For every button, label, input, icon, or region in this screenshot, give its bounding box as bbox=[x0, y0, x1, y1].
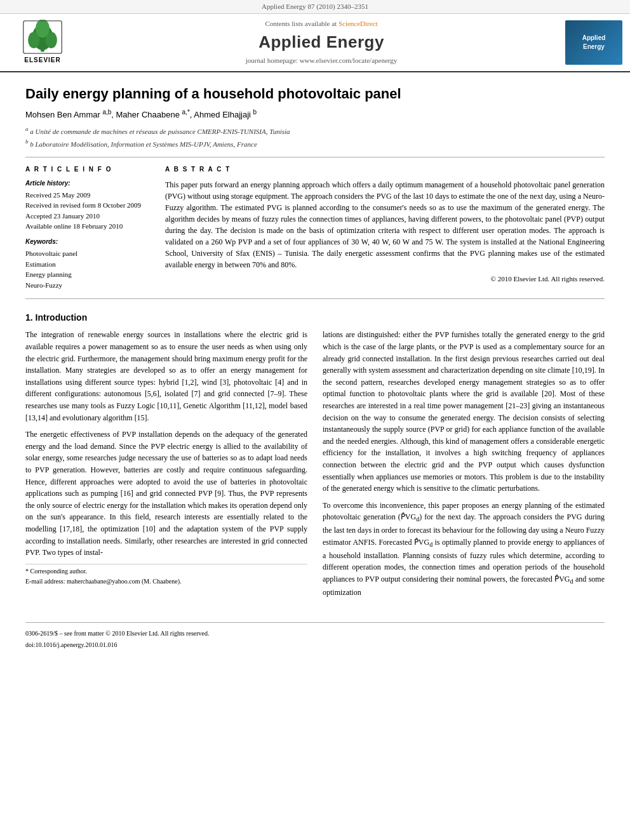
copyright-line: © 2010 Elsevier Ltd. All rights reserved… bbox=[165, 274, 605, 284]
intro-col2-p1: lations are distinguished: either the PV… bbox=[323, 329, 605, 494]
intro-p2: The energetic effectiveness of PVP insta… bbox=[25, 429, 307, 559]
article-container: Daily energy planning of a household pho… bbox=[0, 72, 630, 669]
footnote-star-line: * Corresponding author. bbox=[25, 567, 307, 576]
footnote-email-label: E-mail address: bbox=[25, 578, 65, 585]
keyword-2: Estimation bbox=[25, 260, 152, 269]
journal-badge: AppliedEnergy bbox=[565, 20, 622, 65]
article-history-label: Article history: bbox=[25, 179, 152, 188]
journal-header: ELSEVIER Contents lists available at Sci… bbox=[0, 14, 630, 72]
svg-point-4 bbox=[36, 20, 50, 37]
issn-line: 0306-2619/$ – see front matter © 2010 El… bbox=[25, 629, 605, 638]
doi-line: doi:10.1016/j.apenergy.2010.01.016 bbox=[25, 641, 605, 650]
journal-title: Applied Energy bbox=[77, 30, 565, 53]
keyword-1: Photovoltaic panel bbox=[25, 249, 152, 258]
accepted-date: Accepted 23 January 2010 bbox=[25, 211, 152, 221]
article-authors: Mohsen Ben Ammar a,b, Maher Chaabene a,*… bbox=[25, 108, 605, 121]
divider-2 bbox=[25, 298, 605, 299]
abstract-label: A B S T R A C T bbox=[165, 165, 605, 174]
body-section: 1. Introduction The integration of renew… bbox=[25, 312, 605, 604]
affiliation-b: b b Laboratoire Modélisation, Informatio… bbox=[25, 138, 605, 149]
abstract-text: This paper puts forward an energy planni… bbox=[165, 179, 605, 270]
article-title: Daily energy planning of a household pho… bbox=[25, 85, 605, 103]
applied-energy-badge: AppliedEnergy bbox=[565, 20, 622, 65]
keywords-label: Keywords: bbox=[25, 237, 152, 246]
elsevier-logo-container: ELSEVIER bbox=[8, 20, 77, 65]
keyword-3: Energy planning bbox=[25, 270, 152, 279]
journal-top-bar: Applied Energy 87 (2010) 2340–2351 bbox=[0, 0, 630, 14]
footnote-email: maherchaabane@yahoo.com (M. Chaabene). bbox=[67, 578, 182, 585]
article-footer: 0306-2619/$ – see front matter © 2010 El… bbox=[25, 622, 605, 656]
two-col-body: The integration of renewable energy sour… bbox=[25, 329, 605, 603]
journal-homepage: journal homepage: www.elsevier.com/locat… bbox=[77, 56, 565, 65]
received-revised-date: Received in revised form 8 October 2009 bbox=[25, 201, 152, 210]
footnote-section: * Corresponding author. E-mail address: … bbox=[25, 564, 307, 586]
divider-1 bbox=[25, 157, 605, 157]
elsevier-logo: ELSEVIER bbox=[8, 20, 77, 65]
received-date: Received 25 May 2009 bbox=[25, 190, 152, 200]
body-col-left: The integration of renewable energy sour… bbox=[25, 329, 307, 603]
elsevier-tree-icon bbox=[20, 20, 65, 55]
sciencedirect-link[interactable]: ScienceDirect bbox=[338, 20, 378, 27]
footnote-email-line: E-mail address: maherchaabane@yahoo.com … bbox=[25, 577, 307, 586]
sciencedirect-line: Contents lists available at ScienceDirec… bbox=[77, 19, 565, 29]
article-meta-row: A R T I C L E I N F O Article history: R… bbox=[25, 165, 605, 291]
section1-heading: 1. Introduction bbox=[25, 312, 605, 324]
affiliation-a: a a Unité de commande de machines et rés… bbox=[25, 125, 605, 137]
intro-col2-p2: To overcome this inconvenience, this pap… bbox=[323, 500, 605, 599]
article-abstract-col: A B S T R A C T This paper puts forward … bbox=[165, 165, 605, 291]
intro-p1: The integration of renewable energy sour… bbox=[25, 329, 307, 423]
keyword-4: Neuro-Fuzzy bbox=[25, 281, 152, 290]
body-col-right: lations are distinguished: either the PV… bbox=[323, 329, 605, 603]
elsevier-wordmark: ELSEVIER bbox=[24, 56, 60, 65]
article-info-col: A R T I C L E I N F O Article history: R… bbox=[25, 165, 152, 291]
available-online-date: Available online 18 February 2010 bbox=[25, 222, 152, 231]
journal-header-center: Contents lists available at ScienceDirec… bbox=[77, 19, 565, 65]
article-info-label: A R T I C L E I N F O bbox=[25, 165, 152, 174]
